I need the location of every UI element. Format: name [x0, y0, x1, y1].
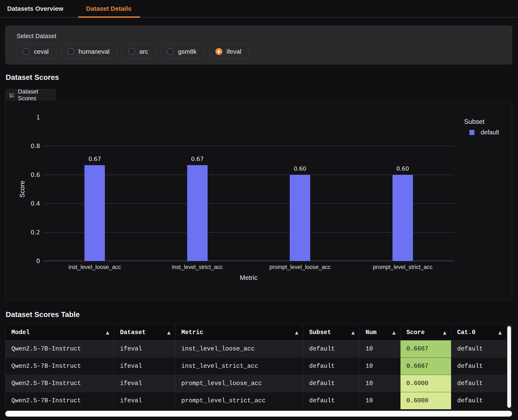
chart-tab-label: Dataset Scores	[18, 88, 56, 102]
select-dataset-panel: Select Dataset ceval humaneval arc gsm8k…	[5, 26, 512, 64]
cell-score: 0.6667	[400, 358, 451, 375]
table-grid: Model ▲ Dataset ▲ Metric ▲ Subset ▲ Num …	[6, 325, 507, 409]
cell-dataset: ifeval	[114, 392, 175, 409]
cell-model: Qwen2.5-7B-Instruct	[6, 340, 114, 358]
table-vertical-scrollbar-thumb[interactable]	[507, 326, 511, 408]
dataset-radio-arc[interactable]: arc	[122, 44, 156, 60]
y-tick-label: 0.4	[30, 200, 40, 207]
sort-asc-icon[interactable]: ▲	[392, 330, 396, 335]
sort-asc-icon[interactable]: ▲	[295, 330, 298, 335]
dataset-radio-humaneval[interactable]: humaneval	[61, 44, 117, 60]
column-header-label: Dataset	[120, 329, 146, 336]
column-header-metric[interactable]: Metric ▲	[175, 325, 303, 340]
cell-metric: prompt_level_loose_acc	[175, 375, 303, 392]
radio-icon	[215, 48, 222, 55]
cell-score: 0.6000	[400, 392, 451, 409]
cell-num: 10	[360, 358, 400, 375]
cell-cat0: default	[451, 375, 507, 392]
radio-label: ceval	[34, 48, 49, 55]
tab-dataset-details[interactable]: Dataset Details	[86, 0, 131, 17]
column-header-num[interactable]: Num ▲	[360, 325, 400, 340]
bar-inst_level_loose_acc[interactable]	[84, 165, 105, 261]
scatter-chart-icon	[9, 92, 15, 98]
y-tick-label: 0.2	[30, 229, 40, 236]
cell-metric: inst_level_strict_acc	[175, 358, 303, 375]
sort-asc-icon[interactable]: ▲	[443, 330, 446, 335]
column-header-label: Num	[366, 329, 377, 336]
chart-panel-tab[interactable]: Dataset Scores	[5, 89, 56, 101]
top-tab-bar: Datasets Overview Dataset Details	[0, 0, 518, 17]
column-header-cat0[interactable]: Cat.0 ▲	[451, 325, 507, 340]
y-axis-title: Score	[19, 181, 26, 198]
tab-datasets-overview[interactable]: Datasets Overview	[7, 0, 63, 17]
cell-num: 10	[360, 392, 400, 409]
dataset-radio-gsm8k[interactable]: gsm8k	[161, 44, 204, 60]
cell-metric: prompt_level_strict_acc	[175, 392, 303, 409]
dataset-radio-ceval[interactable]: ceval	[17, 44, 56, 60]
column-header-subset[interactable]: Subset ▲	[303, 325, 360, 340]
dataset-scores-heading: Dataset Scores	[6, 73, 59, 82]
cell-metric: inst_level_loose_acc	[175, 340, 303, 358]
table-vertical-scrollbar-track[interactable]	[506, 325, 512, 409]
dataset-scores-chart-panel: Score Metric 00.20.40.60.81inst_level_lo…	[5, 100, 512, 300]
x-tick-label: prompt_level_loose_acc	[269, 264, 331, 270]
cell-model: Qwen2.5-7B-Instruct	[6, 392, 114, 409]
bar-value-label: 0.60	[294, 165, 306, 172]
dataset-scores-table: Model ▲ Dataset ▲ Metric ▲ Subset ▲ Num …	[5, 325, 512, 409]
bar-value-label: 0.60	[396, 165, 409, 172]
cell-subset: default	[303, 392, 360, 409]
radio-icon	[23, 48, 30, 55]
legend-title: Subset	[464, 118, 499, 126]
bar-inst_level_strict_acc[interactable]	[187, 165, 208, 261]
y-tick-label: 0	[36, 258, 40, 264]
legend-swatch-icon	[469, 130, 474, 135]
legend-entry-default[interactable]: default	[469, 129, 499, 136]
cell-subset: default	[303, 358, 360, 375]
column-header-label: Cat.0	[457, 329, 475, 336]
column-header-label: Score	[407, 329, 425, 336]
cell-num: 10	[360, 340, 400, 358]
bar-value-label: 0.67	[191, 156, 204, 162]
dataset-radio-group: ceval humaneval arc gsm8k ifeval	[17, 44, 249, 60]
cell-cat0: default	[451, 340, 507, 358]
column-header-dataset[interactable]: Dataset ▲	[114, 325, 175, 340]
cell-score: 0.6667	[400, 340, 451, 358]
cell-subset: default	[303, 340, 360, 358]
dataset-radio-ifeval[interactable]: ifeval	[209, 44, 249, 60]
column-header-label: Model	[11, 329, 30, 336]
cell-cat0: default	[451, 392, 507, 409]
bar-prompt_level_loose_acc[interactable]	[290, 175, 310, 261]
column-header-label: Metric	[181, 329, 203, 336]
column-header-score[interactable]: Score ▲	[400, 325, 451, 340]
sort-asc-icon[interactable]: ▲	[498, 330, 502, 335]
column-header-model[interactable]: Model ▲	[6, 325, 114, 340]
radio-icon	[128, 48, 135, 55]
sort-asc-icon[interactable]: ▲	[351, 330, 355, 335]
cell-dataset: ifeval	[114, 358, 175, 375]
y-tick-label: 0.8	[30, 142, 40, 150]
sort-asc-icon[interactable]: ▲	[106, 330, 109, 335]
dashboard-page: Datasets Overview Dataset Details Select…	[0, 0, 518, 420]
cell-num: 10	[360, 375, 400, 392]
gridline	[43, 146, 454, 146]
y-tick-label: 1	[36, 114, 40, 121]
y-tick-label: 0.6	[30, 171, 40, 178]
cell-subset: default	[303, 375, 360, 392]
table-horizontal-scrollbar-thumb[interactable]	[6, 411, 511, 416]
bar-value-label: 0.67	[89, 156, 101, 162]
x-tick-label: inst_level_strict_acc	[172, 264, 223, 270]
radio-icon	[167, 48, 174, 55]
x-axis-title: Metric	[240, 274, 258, 282]
x-tick-label: inst_level_loose_acc	[68, 264, 121, 270]
cell-score: 0.6000	[400, 375, 451, 392]
sort-asc-icon[interactable]: ▲	[167, 330, 170, 335]
column-header-label: Subset	[309, 329, 331, 336]
bar-prompt_level_strict_acc[interactable]	[392, 175, 413, 261]
radio-label: ifeval	[227, 48, 241, 55]
table-horizontal-scrollbar-track[interactable]	[5, 411, 512, 417]
plot-area: Score Metric 00.20.40.60.81inst_level_lo…	[43, 117, 454, 261]
cell-model: Qwen2.5-7B-Instruct	[6, 375, 114, 392]
cell-dataset: ifeval	[114, 340, 175, 358]
cell-model: Qwen2.5-7B-Instruct	[6, 358, 114, 375]
cell-cat0: default	[451, 358, 507, 375]
